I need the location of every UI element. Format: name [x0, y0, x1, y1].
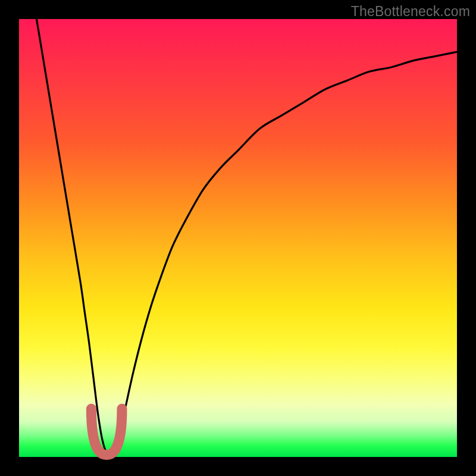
chart-curve-path [36, 19, 457, 454]
watermark-text: TheBottleneck.com [351, 4, 470, 20]
chart-frame [19, 19, 457, 457]
trough-marker-path [91, 409, 122, 455]
chart-svg [19, 19, 457, 457]
